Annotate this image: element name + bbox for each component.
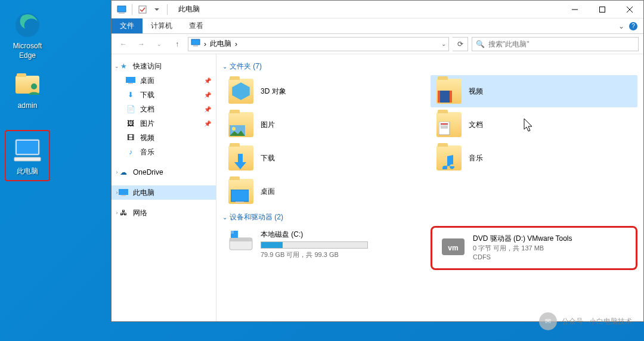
computer-icon: [119, 188, 128, 197]
search-input[interactable]: [488, 40, 634, 48]
edge-icon: [13, 11, 42, 39]
qat-properties-icon[interactable]: [136, 3, 149, 16]
sidebar-item-videos[interactable]: 🎞视频: [112, 131, 216, 145]
content-pane[interactable]: ⌄文件夹 (7) 3D 对象 视频 图片 文档 下载 音乐 桌面 ⌄设备和驱动器…: [216, 54, 643, 321]
explorer-window: 此电脑 文件 计算机 查看 ⌄ ? ← → ⌄ ↑ › 此电脑 › ⌄ ⟳: [111, 0, 644, 322]
folder-music[interactable]: 音乐: [431, 142, 637, 174]
breadcrumb-chevron-icon[interactable]: ›: [235, 40, 237, 48]
svg-rect-25: [231, 190, 249, 202]
music-icon: ♪: [126, 147, 135, 157]
desktop-icon-label: Microsoft Edge: [5, 42, 50, 60]
pin-icon: 📌: [204, 78, 211, 84]
svg-rect-14: [121, 195, 126, 196]
refresh-button[interactable]: ⟳: [453, 37, 468, 51]
folder-documents[interactable]: 文档: [431, 108, 637, 141]
pictures-folder-icon: [228, 112, 253, 137]
qat-dropdown-icon[interactable]: [150, 3, 163, 16]
drive-c[interactable]: 本地磁盘 (C:) 79.9 GB 可用，共 99.3 GB: [222, 226, 429, 270]
documents-folder-icon: [436, 112, 462, 137]
expand-icon[interactable]: ›: [114, 169, 120, 175]
maximize-button[interactable]: [589, 1, 616, 18]
svg-rect-24: [441, 128, 448, 128]
downloads-folder-icon: [228, 145, 253, 170]
nav-up-button[interactable]: ↑: [170, 37, 184, 51]
desktop-icon-label: admin: [5, 101, 50, 111]
watermark: ✉ 公众号 · 小白电脑技术: [539, 312, 632, 330]
sidebar-network[interactable]: ›🖧网络: [112, 206, 216, 220]
pin-icon: 📌: [204, 92, 211, 98]
sidebar-item-pictures[interactable]: 🖼图片📌: [112, 116, 216, 131]
address-bar: ← → ⌄ ↑ › 此电脑 › ⌄ ⟳ 🔍: [112, 34, 643, 54]
svg-rect-10: [193, 45, 198, 46]
desktop-folder-icon: [228, 179, 253, 204]
star-icon: ★: [119, 61, 128, 71]
breadcrumb-thispc[interactable]: 此电脑: [210, 39, 231, 49]
sidebar-item-desktop[interactable]: 桌面📌: [112, 73, 216, 88]
help-icon[interactable]: ?: [629, 22, 637, 30]
expand-icon[interactable]: ›: [114, 190, 120, 196]
ribbon-tab-file[interactable]: 文件: [112, 18, 143, 33]
group-header-drives[interactable]: ⌄设备和驱动器 (2): [222, 212, 637, 222]
user-folder-icon: [13, 70, 42, 99]
sidebar-item-downloads[interactable]: ⬇下载📌: [112, 88, 216, 102]
svg-rect-12: [128, 83, 133, 84]
desktop-icon-thispc[interactable]: 此电脑: [5, 130, 50, 181]
nav-forward-button: →: [134, 37, 148, 51]
computer-icon: [13, 136, 42, 165]
address-box[interactable]: › 此电脑 › ⌄: [188, 37, 449, 51]
folder-videos[interactable]: 视频: [431, 75, 637, 107]
svg-rect-4: [14, 157, 41, 161]
dvd-drive-icon: vm: [441, 234, 466, 259]
ribbon: 文件 计算机 查看 ⌄ ?: [112, 18, 643, 34]
folder-desktop[interactable]: 桌面: [222, 175, 429, 207]
folder-pictures[interactable]: 图片: [222, 108, 429, 141]
picture-icon: 🖼: [126, 119, 135, 128]
address-dropdown-icon[interactable]: ⌄: [441, 41, 446, 47]
chevron-down-icon: ⌄: [222, 214, 227, 221]
search-icon: 🔍: [476, 40, 485, 48]
svg-rect-26: [236, 202, 244, 203]
ribbon-expand-icon[interactable]: ⌄: [618, 22, 624, 30]
navigation-pane[interactable]: ⌄ ★ 快速访问 桌面📌 ⬇下载📌 📄文档📌 🖼图片📌 🎞视频 ♪音乐 ›☁On…: [112, 54, 216, 321]
search-box[interactable]: 🔍: [472, 37, 639, 51]
ribbon-tab-view[interactable]: 查看: [181, 18, 212, 33]
sidebar-item-documents[interactable]: 📄文档📌: [112, 102, 216, 116]
group-header-folders[interactable]: ⌄文件夹 (7): [222, 61, 637, 72]
svg-rect-17: [438, 91, 440, 103]
nav-back-button[interactable]: ←: [116, 37, 131, 51]
svg-point-20: [232, 127, 236, 131]
titlebar[interactable]: 此电脑: [112, 1, 643, 18]
svg-rect-3: [17, 141, 38, 154]
ribbon-tab-computer[interactable]: 计算机: [143, 18, 181, 33]
download-icon: ⬇: [126, 90, 135, 100]
pin-icon: 📌: [204, 120, 211, 127]
desktop-icon-label: 此电脑: [13, 167, 42, 176]
pin-icon: 📌: [204, 106, 211, 113]
folder-downloads[interactable]: 下载: [222, 142, 429, 174]
close-button[interactable]: [616, 1, 643, 18]
desktop-icon-edge[interactable]: Microsoft Edge: [5, 11, 50, 60]
svg-rect-7: [139, 6, 146, 13]
expand-icon[interactable]: ⌄: [114, 63, 120, 69]
video-icon: 🎞: [126, 133, 135, 142]
minimize-button[interactable]: [561, 1, 589, 18]
sidebar-onedrive[interactable]: ›☁OneDrive: [112, 165, 216, 179]
desktop-icon-admin[interactable]: admin: [5, 70, 50, 111]
svg-rect-18: [450, 91, 452, 103]
drive-d-dvd[interactable]: vm DVD 驱动器 (D:) VMware Tools 0 字节 可用，共 1…: [435, 230, 633, 266]
svg-rect-8: [600, 7, 605, 12]
breadcrumb-chevron-icon[interactable]: ›: [204, 40, 206, 48]
sidebar-thispc[interactable]: ›此电脑: [112, 185, 216, 200]
document-icon: 📄: [126, 104, 135, 114]
nav-recent-dropdown[interactable]: ⌄: [152, 37, 166, 51]
svg-rect-9: [191, 39, 200, 45]
folder-3d-objects[interactable]: 3D 对象: [222, 75, 429, 107]
sidebar-quick-access[interactable]: ⌄ ★ 快速访问: [112, 59, 216, 73]
sidebar-item-music[interactable]: ♪音乐: [112, 145, 216, 159]
system-menu-icon[interactable]: [115, 3, 128, 16]
expand-icon[interactable]: ›: [114, 210, 120, 216]
desktop-icon: [126, 76, 135, 85]
svg-rect-11: [126, 77, 135, 83]
hdd-icon: [228, 230, 253, 255]
svg-rect-6: [119, 13, 125, 14]
